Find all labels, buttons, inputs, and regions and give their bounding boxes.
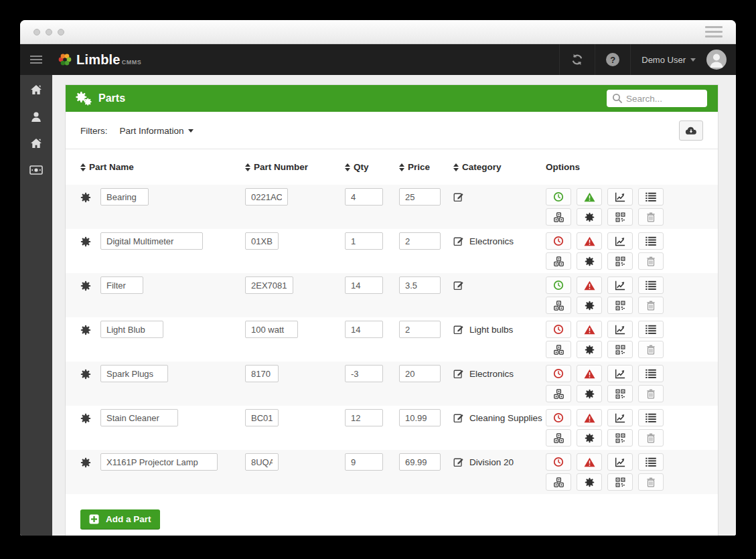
threshold-alert-button[interactable] [577,188,602,206]
threshold-alert-button[interactable] [577,409,602,426]
edit-category-icon[interactable] [453,191,464,205]
qty-input[interactable] [345,365,383,382]
delete-part-button[interactable] [638,252,664,270]
cubes-button[interactable] [546,385,571,402]
column-header-qty[interactable]: Qty [345,162,399,172]
part-gear-button[interactable] [577,429,602,447]
log-list-button[interactable] [638,365,664,382]
delete-part-button[interactable] [638,385,664,402]
edit-category-icon[interactable] [453,280,464,293]
part-name-input[interactable] [100,453,218,471]
part-name-input[interactable] [100,232,203,250]
threshold-alert-button[interactable] [577,232,602,250]
part-settings-button[interactable] [80,365,100,402]
time-log-button[interactable] [546,365,571,382]
delete-part-button[interactable] [638,341,664,358]
window-close-icon[interactable] [33,29,40,35]
part-number-input[interactable] [245,409,279,426]
part-settings-button[interactable] [80,321,100,358]
part-number-input[interactable] [245,365,279,382]
cubes-button[interactable] [546,473,571,491]
part-number-input[interactable] [245,188,288,206]
column-header-options[interactable]: Options [546,162,703,172]
qty-input[interactable] [345,232,383,250]
window-minimize-icon[interactable] [46,29,52,35]
qr-code-button[interactable] [607,297,633,314]
part-name-input[interactable] [100,276,143,294]
window-maximize-icon[interactable] [58,29,64,35]
avatar[interactable] [706,50,727,70]
user-menu[interactable]: Demo User [630,44,706,75]
price-input[interactable] [399,276,441,294]
delete-part-button[interactable] [638,429,664,447]
column-header-part-number[interactable]: Part Number [245,162,345,172]
browser-menu-icon[interactable] [705,26,723,37]
usage-chart-button[interactable] [607,188,633,206]
edit-category-icon[interactable] [453,457,464,470]
filter-dropdown[interactable]: Part Information [120,126,194,136]
qty-input[interactable] [345,276,383,294]
qr-code-button[interactable] [607,385,633,402]
part-gear-button[interactable] [577,473,602,491]
sidebar-item-home[interactable] [29,84,43,96]
add-part-button[interactable]: Add a Part [80,509,160,529]
delete-part-button[interactable] [638,297,664,314]
delete-part-button[interactable] [638,473,664,491]
log-list-button[interactable] [638,232,664,250]
usage-chart-button[interactable] [607,321,633,338]
part-name-input[interactable] [100,321,163,338]
price-input[interactable] [399,453,441,471]
threshold-alert-button[interactable] [577,365,602,382]
delete-part-button[interactable] [638,208,664,226]
part-gear-button[interactable] [577,208,602,226]
refresh-button[interactable] [559,44,595,75]
usage-chart-button[interactable] [607,365,633,382]
time-log-button[interactable] [546,453,571,471]
column-header-category[interactable]: Category [453,162,546,172]
part-gear-button[interactable] [577,297,602,314]
cubes-button[interactable] [546,429,571,447]
usage-chart-button[interactable] [607,453,633,471]
part-gear-button[interactable] [577,385,602,402]
column-header-part-name[interactable]: Part Name [80,162,245,172]
threshold-alert-button[interactable] [577,276,602,294]
cubes-button[interactable] [546,297,571,314]
edit-category-icon[interactable] [453,368,464,382]
threshold-alert-button[interactable] [577,453,602,471]
edit-category-icon[interactable] [453,324,464,337]
part-settings-button[interactable] [80,232,100,270]
part-number-input[interactable] [245,232,279,250]
qr-code-button[interactable] [607,473,633,491]
qr-code-button[interactable] [607,341,633,358]
edit-category-icon[interactable] [453,412,464,426]
column-header-price[interactable]: Price [399,162,453,172]
time-log-button[interactable] [546,409,571,426]
log-list-button[interactable] [638,276,664,294]
window-controls[interactable] [33,29,64,35]
nav-menu-icon[interactable] [20,56,52,64]
price-input[interactable] [399,409,441,426]
qty-input[interactable] [345,409,383,426]
sidebar-item-home-2[interactable] [29,137,43,149]
export-button[interactable] [679,121,703,141]
qr-code-button[interactable] [607,429,633,447]
qr-code-button[interactable] [607,252,633,270]
qty-input[interactable] [345,188,383,206]
limble-logo[interactable]: Limble CMMS [58,52,141,68]
part-number-input[interactable] [245,453,279,471]
time-log-button[interactable] [546,188,571,206]
log-list-button[interactable] [638,409,664,426]
log-list-button[interactable] [638,188,664,206]
price-input[interactable] [399,365,441,382]
part-name-input[interactable] [100,188,149,206]
cubes-button[interactable] [546,341,571,358]
sidebar-item-users[interactable] [29,110,43,123]
usage-chart-button[interactable] [607,276,633,294]
log-list-button[interactable] [638,453,664,471]
part-settings-button[interactable] [80,188,100,226]
qty-input[interactable] [345,321,383,338]
part-gear-button[interactable] [577,252,602,270]
edit-category-icon[interactable] [453,236,464,249]
help-button[interactable]: ? [595,44,630,75]
time-log-button[interactable] [546,276,571,294]
